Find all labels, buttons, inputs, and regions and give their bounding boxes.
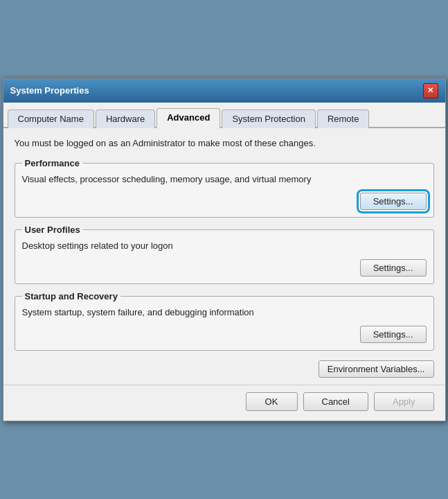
startup-recovery-btn-row: Settings...	[22, 326, 427, 343]
startup-recovery-legend: Startup and Recovery	[22, 291, 120, 301]
close-button[interactable]: ✕	[423, 83, 438, 98]
tab-remote[interactable]: Remote	[317, 110, 370, 128]
tab-advanced[interactable]: Advanced	[156, 108, 220, 128]
info-text: You must be logged on as an Administrato…	[15, 138, 434, 148]
startup-recovery-settings-button[interactable]: Settings...	[360, 326, 427, 343]
performance-desc: Visual effects, processor scheduling, me…	[22, 174, 427, 184]
title-bar: System Properties ✕	[3, 79, 445, 103]
dialog-title: System Properties	[10, 85, 89, 96]
performance-btn-row: Settings...	[22, 193, 427, 210]
user-profiles-btn-row: Settings...	[22, 259, 427, 277]
performance-settings-button[interactable]: Settings...	[360, 193, 427, 210]
user-profiles-group: User Profiles Desktop settings related t…	[15, 225, 434, 284]
performance-group: Performance Visual effects, processor sc…	[15, 158, 434, 218]
tab-content: You must be logged on as an Administrato…	[3, 128, 445, 385]
tab-system-protection[interactable]: System Protection	[222, 110, 316, 128]
startup-recovery-group: Startup and Recovery System startup, sys…	[15, 291, 434, 351]
ok-button[interactable]: OK	[246, 392, 298, 411]
tab-computer-name[interactable]: Computer Name	[8, 110, 94, 128]
user-profiles-legend: User Profiles	[22, 225, 83, 235]
system-properties-dialog: System Properties ✕ Computer Name Hardwa…	[3, 78, 446, 421]
performance-legend: Performance	[22, 158, 82, 168]
user-profiles-settings-button[interactable]: Settings...	[360, 259, 427, 277]
env-variables-row: Environment Variables...	[15, 360, 434, 378]
startup-recovery-desc: System startup, system failure, and debu…	[22, 307, 427, 317]
user-profiles-desc: Desktop settings related to your logon	[22, 240, 427, 251]
apply-button[interactable]: Apply	[374, 392, 434, 411]
tabs-bar: Computer Name Hardware Advanced System P…	[3, 103, 445, 128]
title-bar-buttons: ✕	[423, 83, 438, 98]
tab-hardware[interactable]: Hardware	[96, 110, 155, 128]
dialog-footer: OK Cancel Apply	[3, 385, 445, 421]
cancel-button[interactable]: Cancel	[303, 392, 368, 411]
environment-variables-button[interactable]: Environment Variables...	[319, 360, 434, 378]
